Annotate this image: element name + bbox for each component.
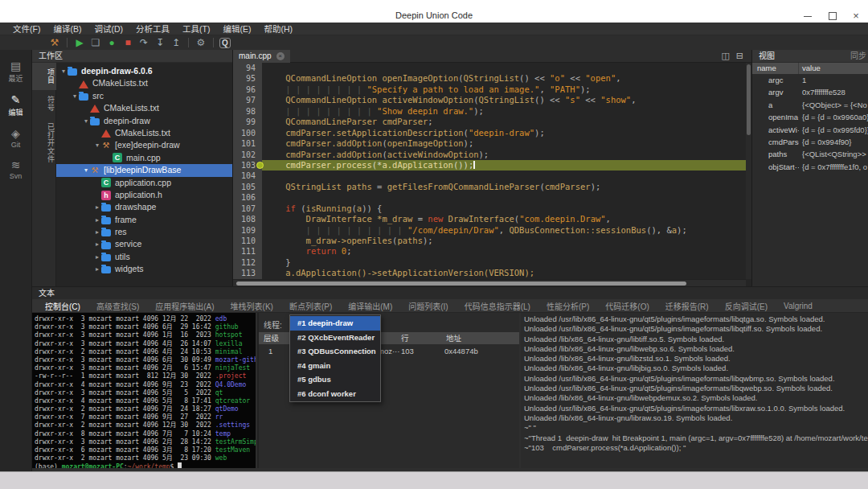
code-line[interactable]: 112 }	[233, 257, 746, 268]
line-number[interactable]: 105	[233, 182, 262, 192]
build-button[interactable]: ⚒	[47, 36, 63, 49]
line-number[interactable]: 97	[233, 95, 262, 105]
bottom-tab[interactable]: 断点列表(P)	[281, 300, 340, 312]
editor-horizontal-scrollbar[interactable]	[233, 279, 746, 286]
editor-vertical-scrollbar[interactable]	[746, 63, 751, 279]
tree-item[interactable]: ▸ utils	[56, 251, 232, 263]
line-number[interactable]: 102	[233, 150, 262, 160]
line-number[interactable]: 99	[233, 117, 262, 127]
tree-item[interactable]: ▸ res	[56, 226, 232, 238]
bottom-tab[interactable]: 应用程序输出(A)	[147, 300, 222, 312]
run-file-button[interactable]: ❏	[88, 36, 104, 49]
code-line[interactable]: 94	[233, 63, 746, 73]
start-debug-button[interactable]: ▶	[72, 36, 88, 49]
bottom-tab[interactable]: 高级查找(S)	[88, 300, 147, 312]
tree-item[interactable]: ▾ [lib]deepinDrawBase	[56, 164, 232, 176]
code-line[interactable]: 111 return 0;	[233, 246, 746, 257]
code-line[interactable]: 103 cmdParser.process(*a.dApplication())…	[233, 160, 746, 171]
settings-button[interactable]: ⚙	[193, 36, 209, 49]
tree-item[interactable]: CMakeLists.txt	[56, 127, 232, 139]
expand-arrow-icon[interactable]: ▸	[93, 226, 101, 238]
line-number[interactable]: 113	[233, 268, 262, 278]
rail-item-git[interactable]: ◈ Git	[0, 127, 31, 149]
line-number[interactable]: 106	[233, 192, 262, 203]
code-line[interactable]: 105 QStringList paths = getFilesFromQCom…	[233, 182, 746, 192]
code-area[interactable]: 9495 QCommandLineOption openImageOption(…	[233, 63, 746, 279]
code-line[interactable]: 113 a.dApplication()->setApplicationVers…	[233, 268, 746, 278]
column-value[interactable]: value	[799, 63, 868, 74]
variable-row[interactable]: argc 1	[752, 74, 868, 86]
tree-item[interactable]: application.h	[56, 189, 232, 201]
bottom-tab[interactable]: 迁移报告(R)	[657, 300, 717, 312]
tree-item[interactable]: ▸ service	[56, 238, 232, 250]
tree-item[interactable]: ▸ drawshape	[56, 201, 232, 213]
code-line[interactable]: 95 QCommandLineOption openImageOption(QS…	[233, 73, 746, 84]
tree-item[interactable]: ▾ deepin-draw	[56, 115, 232, 127]
line-number[interactable]: 109	[233, 225, 262, 236]
menu-item[interactable]: 编辑(E)	[216, 23, 257, 35]
close-button[interactable]: ×	[850, 11, 862, 21]
line-number[interactable]: 112	[233, 257, 262, 268]
menu-item[interactable]: 调试(D)	[88, 23, 129, 35]
step-over-button[interactable]: ↷	[136, 36, 152, 49]
bottom-tab[interactable]: 编译输出(M)	[340, 300, 400, 312]
expand-arrow-icon[interactable]: ▸	[93, 251, 101, 263]
tree-item[interactable]: ▾ src	[56, 90, 232, 102]
toolbar-separator[interactable]	[213, 38, 214, 47]
editor-tab-main-cpp[interactable]: main.cpp ×	[233, 50, 290, 63]
rail-item-svn[interactable]: ≋ Svn	[0, 158, 31, 180]
code-line[interactable]: 96 | | | | | | | | "Specify a path to lo…	[233, 84, 746, 95]
variable-row[interactable]: openIma··· {d = {d = 0x9960a0}}	[752, 111, 868, 123]
rail-item-recent[interactable]: ▤ 最近	[0, 60, 31, 84]
line-number[interactable]: 110	[233, 236, 262, 246]
line-number[interactable]: 98	[233, 106, 262, 117]
menu-item[interactable]: 文件(F)	[6, 23, 47, 35]
code-line[interactable]: 100 cmdParser.setApplicationDescription(…	[233, 128, 746, 138]
code-line[interactable]: 99 QCommandLineParser cmdParser;	[233, 117, 746, 127]
expand-arrow-icon[interactable]: ▸	[93, 263, 101, 275]
bottom-tab[interactable]: 性能分析(P)	[538, 300, 597, 312]
scrollbar-thumb[interactable]	[236, 281, 686, 286]
expand-arrow-icon[interactable]: ▾	[82, 115, 90, 127]
code-line[interactable]: 107 if (isRunning(a)) {	[233, 203, 746, 214]
line-number[interactable]: 111	[233, 246, 262, 257]
code-line[interactable]: 106	[233, 192, 746, 203]
bottom-tab[interactable]: 堆栈列表(K)	[223, 300, 281, 312]
workspace-side-tab[interactable]: 符号	[32, 90, 56, 117]
split-vertical-icon[interactable]: ◫	[721, 51, 729, 61]
tree-item[interactable]: ▸ widgets	[56, 263, 232, 275]
workspace-side-tab[interactable]: 已打开文件	[32, 117, 56, 169]
line-number[interactable]: 104	[233, 171, 262, 181]
tree-item[interactable]: ▾ [exe]deepin-draw	[56, 139, 232, 151]
minimize-button[interactable]	[802, 11, 813, 21]
expand-arrow-icon[interactable]: ▸	[93, 238, 101, 250]
variable-row[interactable]: a {<QObject> = {<No d···	[752, 99, 868, 111]
bottom-tab[interactable]: 代码迁移(O)	[597, 300, 657, 312]
line-number[interactable]: 108	[233, 214, 262, 224]
line-number[interactable]: 95	[233, 73, 262, 84]
line-number[interactable]: 100	[233, 128, 262, 138]
code-line[interactable]: 101 cmdParser.addOption(openImageOption)…	[233, 138, 746, 149]
variable-row[interactable]: activeWi··· {d = {d = 0x995fd0}}	[752, 124, 868, 136]
rail-item-edit[interactable]: ✎ 编辑	[0, 93, 31, 117]
expand-arrow-icon[interactable]: ▾	[93, 139, 101, 151]
expand-arrow-icon[interactable]: ▾	[71, 90, 79, 102]
thread-dropdown-item[interactable]: #2 QXcbEventReader	[290, 331, 380, 345]
variable-row[interactable]: paths {<QList<QString>> = ···	[752, 148, 868, 160]
thread-dropdown-item[interactable]: #6 dconf worker	[290, 387, 380, 401]
menu-item[interactable]: 帮助(H)	[257, 23, 299, 35]
thread-dropdown-item[interactable]: #5 gdbus	[290, 372, 380, 387]
bottom-tab[interactable]: 控制台(C)	[37, 300, 88, 312]
tree-item[interactable]: main.cpp	[56, 152, 232, 164]
column-name[interactable]: name	[752, 63, 799, 74]
line-number[interactable]: 101	[233, 138, 262, 149]
debug-log[interactable]: Unloaded /usr/lib/x86_64-linux-gnu/qt5/p…	[521, 313, 868, 468]
stop-debug-button[interactable]: ■	[120, 36, 136, 49]
split-horizontal-icon[interactable]: ⊟	[736, 51, 743, 61]
tree-item[interactable]: ▾ deepin-draw-6.0.6	[56, 65, 232, 77]
bottom-tab[interactable]: Valgrind	[776, 302, 821, 310]
code-line[interactable]: 110 m_draw->openFiles(paths);	[233, 236, 746, 246]
search-button[interactable]: Q	[219, 38, 231, 48]
expand-arrow-icon[interactable]: ▸	[93, 201, 101, 213]
terminal[interactable]: drwxr-xr-x 3 mozart mozart 4096 12月 22 2…	[32, 313, 256, 468]
